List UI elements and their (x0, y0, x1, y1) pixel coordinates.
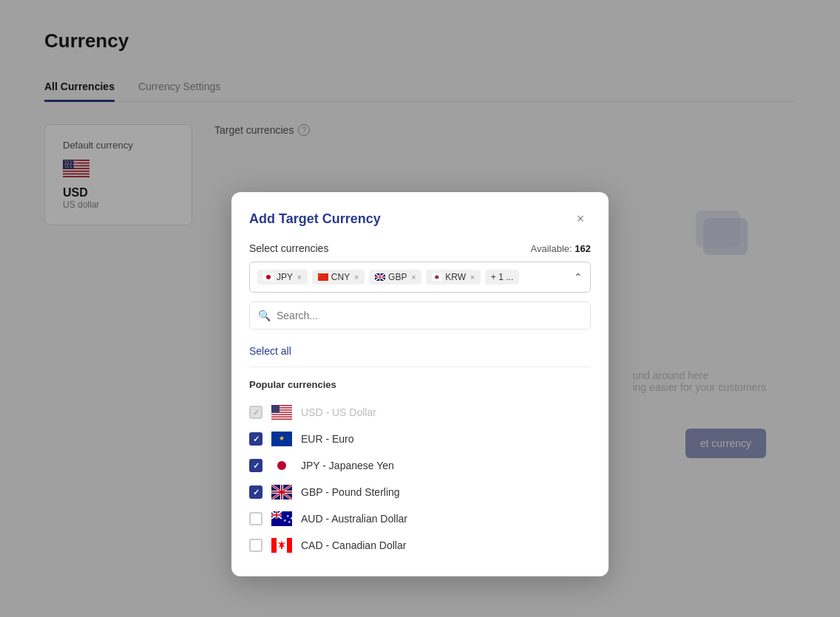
svg-point-38 (277, 461, 286, 470)
tag-krw-remove[interactable]: × (470, 273, 475, 282)
uk-flag-icon (375, 273, 385, 281)
checkbox-gbp[interactable] (249, 485, 262, 499)
checkbox-cad[interactable] (249, 539, 262, 552)
tag-cny[interactable]: CNY × (312, 270, 365, 284)
currency-item-cad[interactable]: CAD - Canadian Dollar (249, 532, 591, 559)
currency-item-eur[interactable]: ★ EUR - Euro (249, 426, 591, 452)
tag-cny-remove[interactable]: × (354, 273, 359, 282)
svg-point-15 (266, 275, 271, 279)
checkbox-aud[interactable] (249, 512, 262, 525)
currency-list-section: Popular currencies ✓ (249, 379, 591, 559)
currency-scroll[interactable]: ✓ (249, 399, 591, 559)
modal-close-button[interactable]: × (570, 208, 591, 229)
search-input[interactable] (249, 301, 591, 330)
currency-aud-label: AUD - Australian Dollar (301, 513, 407, 525)
svg-rect-34 (271, 405, 280, 413)
currency-item-gbp[interactable]: GBP - Pound Sterling (249, 479, 591, 505)
tag-more[interactable]: + 1 ... (485, 270, 519, 284)
svg-rect-31 (271, 413, 292, 415)
select-all-button[interactable]: Select all (249, 345, 291, 357)
svg-text:★: ★ (279, 434, 285, 442)
svg-text:★: ★ (290, 516, 292, 520)
modal-body: Select currencies Available: 162 JPY × (231, 242, 609, 576)
currency-item-usd: ✓ (249, 399, 591, 426)
select-currencies-label: Select currencies (249, 242, 328, 254)
tag-krw[interactable]: KRW × (426, 270, 481, 284)
canada-flag-icon (271, 538, 292, 553)
tag-jpy-remove[interactable]: × (297, 273, 302, 282)
us-flag-icon (271, 405, 292, 420)
select-all-row: Select all (249, 338, 591, 367)
currency-usd-label: USD - US Dollar (301, 406, 376, 418)
svg-rect-32 (271, 415, 292, 417)
gbp-flag (271, 485, 292, 500)
svg-rect-33 (271, 417, 292, 419)
chevron-up-icon[interactable]: ⌃ (574, 271, 583, 283)
tag-gbp-remove[interactable]: × (411, 273, 416, 282)
tag-input-area[interactable]: JPY × CNY × (249, 262, 591, 293)
jpy-flag (271, 458, 292, 473)
modal-overlay: Add Target Currency × Select currencies … (0, 0, 840, 617)
add-target-currency-modal: Add Target Currency × Select currencies … (231, 192, 609, 576)
available-count: Available: 162 (531, 243, 591, 254)
currency-eur-label: EUR - Euro (301, 433, 354, 445)
search-icon: 🔍 (258, 310, 271, 321)
japan-flag-icon (263, 273, 274, 281)
currency-cad-label: CAD - Canadian Dollar (301, 539, 406, 551)
tag-gbp[interactable]: GBP × (369, 270, 421, 284)
aud-flag: ★ ★ ★ ★ (271, 511, 292, 526)
svg-rect-64 (281, 546, 282, 549)
svg-rect-61 (271, 538, 277, 553)
search-container: 🔍 (249, 301, 591, 330)
japan-flag-icon (271, 458, 292, 473)
modal-header: Add Target Currency × (231, 192, 609, 242)
australia-flag-icon: ★ ★ ★ ★ (271, 511, 292, 526)
usd-flag (271, 405, 292, 420)
checkbox-eur[interactable] (249, 432, 262, 446)
checkbox-jpy[interactable] (249, 459, 262, 472)
select-currencies-row: Select currencies Available: 162 (249, 242, 591, 254)
korea-flag-icon (432, 273, 442, 281)
cad-flag (271, 538, 292, 553)
available-number: 162 (575, 243, 591, 254)
uk-flag-icon (271, 485, 292, 500)
eur-flag: ★ (271, 432, 292, 446)
currency-item-aud[interactable]: ★ ★ ★ ★ AUD - Australian Dollar (249, 505, 591, 532)
eu-flag-icon: ★ (271, 432, 292, 446)
modal-title: Add Target Currency (249, 211, 381, 227)
popular-currencies-title: Popular currencies (249, 379, 591, 390)
china-flag-icon (318, 273, 328, 281)
checkbox-usd: ✓ (249, 406, 262, 419)
currency-item-jpy[interactable]: JPY - Japanese Yen (249, 452, 591, 479)
svg-rect-16 (318, 273, 328, 281)
tag-jpy[interactable]: JPY × (257, 270, 308, 284)
currency-gbp-label: GBP - Pound Sterling (301, 486, 400, 498)
currency-jpy-label: JPY - Japanese Yen (301, 460, 394, 471)
svg-rect-62 (287, 538, 292, 553)
